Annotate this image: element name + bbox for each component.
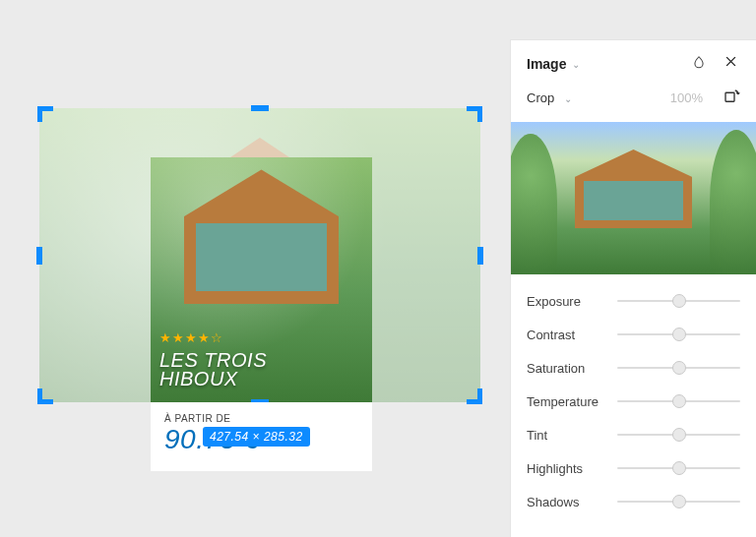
image-content: ★★★★☆ LES TROIS HIBOUX — [39, 108, 480, 402]
panel-title: Image — [527, 56, 566, 72]
crop-label: Crop — [527, 90, 554, 105]
slider-thumb[interactable] — [672, 461, 686, 475]
slider-label: Exposure — [527, 294, 617, 309]
slider-row-temperature: Temperature — [527, 385, 740, 418]
inspector-panel: Image ⌄ Crop ⌄ 100% ExposureContrastSatu — [510, 39, 756, 537]
slider-row-saturation: Saturation — [527, 351, 740, 385]
panel-header: Image ⌄ — [511, 40, 756, 86]
crop-region: ★★★★☆ LES TROIS HIBOUX — [151, 157, 372, 402]
slider-row-contrast: Contrast — [527, 318, 740, 351]
resize-handle-top-right[interactable] — [465, 106, 482, 124]
slider-track[interactable] — [617, 400, 740, 402]
slider-thumb[interactable] — [672, 294, 686, 308]
slider-row-shadows: Shadows — [527, 485, 740, 518]
rotate-icon[interactable] — [723, 88, 740, 108]
slider-thumb[interactable] — [672, 495, 686, 508]
svg-rect-0 — [725, 92, 734, 101]
resize-handle-bottom-right[interactable] — [465, 387, 482, 404]
slider-label: Highlights — [527, 461, 617, 476]
slider-thumb[interactable] — [672, 328, 686, 341]
image-preview — [511, 122, 756, 274]
crop-dropdown[interactable]: Crop ⌄ — [527, 90, 572, 105]
selection-size-badge: 427.54 × 285.32 — [203, 427, 310, 447]
slider-track[interactable] — [617, 367, 740, 369]
resize-handle-right[interactable] — [477, 247, 483, 265]
slider-track[interactable] — [617, 333, 740, 335]
crop-row: Crop ⌄ 100% — [511, 86, 756, 122]
slider-thumb[interactable] — [672, 361, 686, 375]
adjustment-sliders: ExposureContrastSaturationTemperatureTin… — [511, 274, 756, 518]
slider-row-exposure: Exposure — [527, 284, 740, 318]
opacity-icon[interactable] — [689, 55, 709, 73]
slider-row-highlights: Highlights — [527, 451, 740, 485]
slider-label: Tint — [527, 428, 617, 443]
rating-stars: ★★★★☆ — [159, 330, 223, 345]
slider-label: Temperature — [527, 394, 617, 409]
selected-image[interactable]: ★★★★☆ LES TROIS HIBOUX — [39, 108, 480, 402]
slider-row-tint: Tint — [527, 418, 740, 451]
slider-label: Shadows — [527, 495, 617, 509]
from-label: À PARTIR DE — [164, 413, 358, 424]
slider-track[interactable] — [617, 300, 740, 302]
panel-title-dropdown[interactable]: ⌄ — [572, 59, 580, 70]
canvas[interactable]: ★★★★☆ LES TROIS HIBOUX À PARTIR DE 90.7 — [0, 0, 502, 537]
resize-handle-top[interactable] — [251, 105, 269, 111]
resize-handle-left[interactable] — [36, 247, 42, 265]
slider-track[interactable] — [617, 434, 740, 436]
slider-thumb[interactable] — [672, 428, 686, 442]
slider-label: Saturation — [527, 361, 617, 376]
hotel-title-line2: HIBOUX — [159, 368, 238, 389]
slider-track[interactable] — [617, 467, 740, 469]
close-icon[interactable] — [721, 54, 740, 74]
slider-track[interactable] — [617, 501, 740, 503]
price-card: À PARTIR DE 90.75 € 427.54 × 285.32 — [151, 402, 372, 471]
slider-thumb[interactable] — [672, 394, 686, 408]
slider-label: Contrast — [527, 328, 617, 342]
zoom-value: 100% — [670, 90, 703, 105]
resize-handle-bottom-left[interactable] — [37, 387, 55, 404]
hotel-title: LES TROIS HIBOUX — [159, 351, 267, 388]
resize-handle-top-left[interactable] — [37, 106, 55, 124]
